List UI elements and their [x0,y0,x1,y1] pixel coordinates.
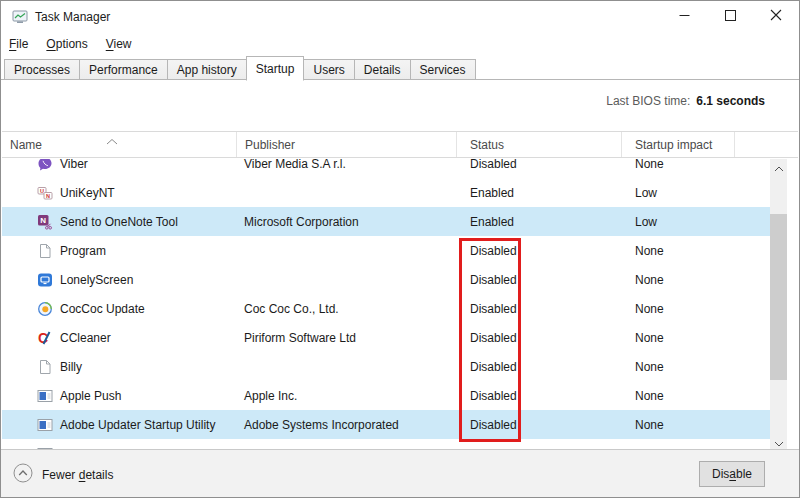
column-header-impact[interactable]: Startup impact [622,132,735,157]
footer-bar: Fewer details Disable [1,449,799,497]
app-window-icon [37,388,53,404]
row-status: Disabled [457,418,622,432]
scrollbar-thumb[interactable] [770,214,787,380]
row-impact: None [622,302,735,316]
bios-label: Last BIOS time: [606,94,690,108]
document-icon [37,243,53,259]
scroll-up-button[interactable] [770,159,787,176]
maximize-button[interactable] [707,1,753,31]
row-publisher: Apple Inc. [237,389,457,403]
menu-file[interactable]: File [4,33,33,55]
row-status: Enabled [457,186,622,200]
table-row[interactable]: NSend to OneNote Tool Microsoft Corporat… [2,207,771,236]
row-name: CCleaner [60,331,111,345]
tab-processes[interactable]: Processes [4,59,80,80]
fewer-details-toggle[interactable]: Fewer details [13,463,113,486]
table-row[interactable]: Adobe Updater Startup Utility Adobe Syst… [2,410,771,439]
row-publisher: Coc Coc Co., Ltd. [237,302,457,316]
column-header-name[interactable]: Name [2,132,237,157]
window-controls [661,1,799,31]
table-row[interactable]: Viber Viber Media S.A r.l. Disabled None [2,159,771,178]
onenote-icon: N [37,214,53,230]
tab-app-history[interactable]: App history [167,59,247,80]
close-button[interactable] [753,1,799,31]
row-impact: None [622,389,735,403]
vertical-scrollbar[interactable] [770,159,787,451]
ccleaner-icon: C [37,330,53,346]
table-row[interactable]: Program Disabled None [2,236,771,265]
row-impact: Low [622,186,735,200]
tab-startup[interactable]: Startup [246,56,305,81]
row-impact: None [622,418,735,432]
menu-options[interactable]: Options [41,33,92,55]
row-status: Disabled [457,159,622,171]
table-row[interactable]: Apple Push Apple Inc. Disabled None [2,381,771,410]
menu-view[interactable]: View [101,33,137,55]
svg-text:N: N [46,192,50,198]
row-publisher: Microsoft Corporation [237,215,457,229]
table-row[interactable]: CCCleaner Piriform Software Ltd Disabled… [2,323,771,352]
row-name: UniKeyNT [60,186,115,200]
svg-text:N: N [40,216,46,225]
unikey-icon: UN [37,185,53,201]
minimize-button[interactable] [661,1,707,31]
bios-value: 6.1 seconds [696,94,765,108]
column-header-publisher[interactable]: Publisher [237,132,457,157]
row-publisher: Viber Media S.A r.l. [237,159,457,171]
close-icon [770,9,782,24]
row-name: Billy [60,360,82,374]
row-name: Program [60,244,106,258]
table-row[interactable]: LonelyScreen Disabled None [2,265,771,294]
fewer-details-label: Fewer details [42,468,113,482]
row-name: Viber [60,159,88,171]
column-header-filler [735,132,798,157]
coccoc-icon [37,301,53,317]
lonelyscreen-icon [37,272,53,288]
row-name: Send to OneNote Tool [60,215,178,229]
row-status: Disabled [457,389,622,403]
chevron-up-icon [774,160,784,175]
row-impact: None [622,360,735,374]
document-icon [37,359,53,375]
row-status: Enabled [457,215,622,229]
row-name: Adobe Updater Startup Utility [60,418,215,432]
tab-performance[interactable]: Performance [79,59,168,80]
row-impact: Low [622,215,735,229]
task-manager-icon [12,9,28,25]
row-name: LonelyScreen [60,273,133,287]
row-publisher: Adobe Systems Incorporated [237,418,457,432]
tab-users[interactable]: Users [303,59,354,80]
row-publisher: Piriform Software Ltd [237,331,457,345]
table-row[interactable]: CocCoc Update Coc Coc Co., Ltd. Disabled… [2,294,771,323]
row-impact: None [622,159,735,171]
chevron-up-circle-icon [13,463,33,486]
last-bios-time: Last BIOS time:6.1 seconds [606,94,765,108]
row-impact: None [622,273,735,287]
table-row[interactable]: Billy Disabled None [2,352,771,381]
column-header-status[interactable]: Status [457,132,622,157]
tab-details[interactable]: Details [354,59,411,80]
maximize-icon [725,9,736,24]
svg-text:U: U [40,187,44,193]
minimize-icon [679,9,690,24]
window-title: Task Manager [35,10,110,24]
row-status: Disabled [457,360,622,374]
row-name: Apple Push [60,389,121,403]
row-status: Disabled [457,273,622,287]
row-status: Disabled [457,331,622,345]
startup-tab-content: Last BIOS time:6.1 seconds Name Publishe… [2,80,798,449]
startup-items-list: Viber Viber Media S.A r.l. Disabled None… [2,159,771,451]
disable-button[interactable]: Disable [699,461,765,487]
row-impact: None [622,244,735,258]
menu-bar: File Options View [1,33,799,55]
title-bar: Task Manager [1,1,799,33]
column-header-row: Name Publisher Status Startup impact [2,131,798,158]
viber-icon [37,159,53,172]
sort-ascending-icon [105,134,119,148]
table-row[interactable]: UNUniKeyNT Enabled Low [2,178,771,207]
row-status: Disabled [457,302,622,316]
tab-services[interactable]: Services [410,59,476,80]
row-impact: None [622,331,735,345]
row-name: CocCoc Update [60,302,145,316]
task-manager-window: Task Manager File Options View Processes… [0,0,800,498]
